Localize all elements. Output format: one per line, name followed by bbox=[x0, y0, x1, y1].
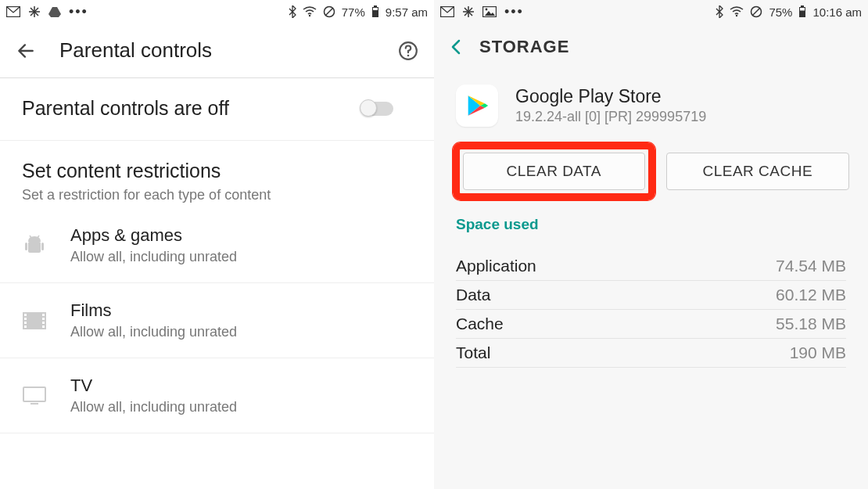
phone-left-parental-controls: ••• 77% 9:57 am Parental controls bbox=[0, 0, 434, 489]
storage-row-application: Application 74.54 MB bbox=[456, 252, 846, 281]
button-row: CLEAR DATA CLEAR CACHE bbox=[434, 131, 868, 211]
restriction-item-apps[interactable]: Apps & games Allow all, including unrate… bbox=[0, 208, 434, 283]
item-title: TV bbox=[70, 376, 237, 396]
svg-rect-14 bbox=[28, 242, 41, 253]
clock-time: 10:16 am bbox=[812, 5, 862, 19]
svg-line-40 bbox=[753, 9, 760, 16]
drive-icon bbox=[48, 6, 61, 17]
storage-label: Data bbox=[456, 286, 490, 304]
wifi-icon bbox=[730, 6, 744, 17]
bluetooth-icon bbox=[289, 5, 296, 18]
storage-value: 74.54 MB bbox=[776, 257, 846, 275]
bluetooth-icon bbox=[716, 5, 723, 18]
svg-rect-10 bbox=[374, 5, 377, 7]
storage-label: Total bbox=[456, 343, 490, 362]
film-icon bbox=[22, 308, 47, 333]
svg-point-37 bbox=[486, 9, 488, 11]
space-used-label: Space used bbox=[434, 211, 868, 252]
no-signal-icon bbox=[750, 5, 762, 18]
svg-marker-5 bbox=[48, 7, 61, 17]
parental-toggle-label: Parental controls are off bbox=[22, 97, 229, 120]
restrictions-header: Set content restrictions Set a restricti… bbox=[0, 141, 434, 208]
item-sub: Allow all, including unrated bbox=[70, 249, 237, 265]
more-icon: ••• bbox=[504, 4, 524, 20]
item-sub: Allow all, including unrated bbox=[70, 324, 237, 340]
item-title: Films bbox=[70, 300, 237, 321]
highlight-clear-data: CLEAR DATA bbox=[453, 142, 655, 200]
more-icon: ••• bbox=[69, 4, 88, 20]
svg-marker-36 bbox=[485, 11, 495, 16]
battery-pct: 77% bbox=[342, 5, 365, 19]
back-chevron-icon[interactable] bbox=[450, 38, 462, 56]
wifi-icon bbox=[303, 6, 317, 17]
play-store-icon bbox=[456, 84, 498, 127]
svg-point-38 bbox=[736, 15, 737, 16]
svg-rect-16 bbox=[41, 243, 44, 250]
restrictions-sub: Set a restriction for each type of conte… bbox=[22, 187, 412, 203]
storage-value: 55.18 MB bbox=[776, 315, 846, 333]
snow-icon bbox=[28, 5, 41, 18]
storage-label: Cache bbox=[456, 315, 504, 333]
appbar-right: STORAGE bbox=[434, 23, 868, 70]
snow-icon bbox=[462, 5, 475, 18]
statusbar-left: ••• 77% 9:57 am bbox=[0, 0, 434, 23]
svg-point-6 bbox=[309, 15, 310, 16]
gmail-icon bbox=[440, 6, 454, 17]
statusbar-right: ••• 75% 10:16 am bbox=[434, 0, 868, 23]
svg-rect-42 bbox=[801, 5, 804, 7]
svg-rect-43 bbox=[800, 8, 805, 11]
item-sub: Allow all, including unrated bbox=[70, 399, 237, 415]
no-signal-icon bbox=[323, 5, 335, 18]
battery-icon bbox=[371, 5, 379, 18]
phone-right-storage: ••• 75% 10:16 am STORAGE bbox=[434, 0, 868, 489]
app-info: Google Play Store 19.2.24-all [0] [PR] 2… bbox=[434, 70, 868, 131]
svg-rect-15 bbox=[25, 243, 27, 250]
storage-row-cache: Cache 55.18 MB bbox=[456, 310, 846, 339]
android-icon bbox=[22, 233, 47, 258]
restrictions-heading: Set content restrictions bbox=[22, 160, 412, 182]
page-title: STORAGE bbox=[479, 37, 569, 57]
svg-rect-22 bbox=[24, 322, 27, 324]
clear-cache-button[interactable]: CLEAR CACHE bbox=[666, 153, 850, 190]
storage-value: 190 MB bbox=[790, 343, 846, 362]
app-version: 19.2.24-all [0] [PR] 299995719 bbox=[515, 109, 706, 125]
help-icon[interactable] bbox=[398, 41, 418, 61]
storage-label: Application bbox=[456, 257, 536, 275]
gmail-icon bbox=[6, 6, 20, 17]
storage-row-data: Data 60.12 MB bbox=[456, 281, 846, 310]
parental-toggle[interactable] bbox=[360, 102, 393, 116]
page-title: Parental controls bbox=[59, 38, 212, 63]
svg-rect-23 bbox=[24, 325, 27, 328]
parental-toggle-section: Parental controls are off bbox=[0, 78, 434, 141]
storage-row-total: Total 190 MB bbox=[456, 339, 846, 368]
image-icon bbox=[482, 6, 497, 17]
svg-rect-26 bbox=[42, 322, 45, 324]
svg-rect-24 bbox=[42, 314, 45, 316]
svg-rect-21 bbox=[24, 318, 27, 320]
svg-rect-11 bbox=[373, 8, 378, 10]
storage-value: 60.12 MB bbox=[776, 286, 846, 304]
svg-rect-28 bbox=[23, 387, 45, 401]
appbar-left: Parental controls bbox=[0, 23, 434, 78]
tv-icon bbox=[22, 383, 47, 408]
svg-rect-27 bbox=[42, 325, 45, 328]
svg-rect-20 bbox=[24, 314, 27, 316]
svg-point-13 bbox=[407, 54, 410, 56]
svg-line-8 bbox=[325, 9, 332, 16]
clear-data-button[interactable]: CLEAR DATA bbox=[463, 153, 645, 190]
back-arrow-icon[interactable] bbox=[16, 41, 36, 61]
svg-rect-25 bbox=[42, 318, 45, 320]
clock-time: 9:57 am bbox=[386, 5, 428, 19]
restriction-item-films[interactable]: Films Allow all, including unrated bbox=[0, 283, 434, 358]
storage-table: Application 74.54 MB Data 60.12 MB Cache… bbox=[434, 252, 868, 368]
item-title: Apps & games bbox=[70, 225, 237, 246]
app-name: Google Play Store bbox=[515, 86, 706, 107]
restriction-item-tv[interactable]: TV Allow all, including unrated bbox=[0, 358, 434, 433]
battery-icon bbox=[798, 5, 806, 18]
battery-pct: 75% bbox=[769, 5, 792, 19]
